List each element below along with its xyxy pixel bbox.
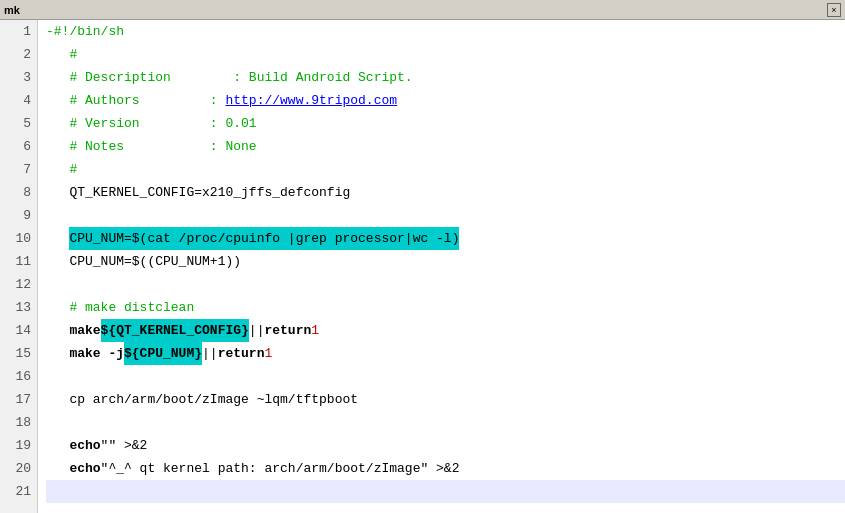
code-line-13: # make distclean <box>46 296 845 319</box>
line-numbers: 1 2 3 4 5 6 7 8 9 10 11 12 13 14 15 16 1… <box>0 20 38 513</box>
code-line-19: echo "" >&2 <box>46 434 845 457</box>
shebang: #!/bin/sh <box>54 20 124 43</box>
code-line-16 <box>46 365 845 388</box>
authors-url[interactable]: http://www.9tripod.com <box>225 89 397 112</box>
line-num-12: 12 <box>0 273 37 296</box>
line20-echo: echo <box>46 457 101 480</box>
code-line-14: make ${QT_KERNEL_CONFIG} || return 1 <box>46 319 845 342</box>
line19-echo: echo <box>46 434 101 457</box>
line-num-2: 2 <box>0 43 37 66</box>
line10-highlight: CPU_NUM=$(cat /proc/cpuinfo |grep proces… <box>69 227 459 250</box>
code-line-11: CPU_NUM=$((CPU_NUM+1)) <box>46 250 845 273</box>
line17: cp arch/arm/boot/zImage ~lqm/tftpboot <box>46 388 358 411</box>
line-num-17: 17 <box>0 388 37 411</box>
line-num-13: 13 <box>0 296 37 319</box>
code-line-21 <box>46 480 845 503</box>
line-num-20: 20 <box>0 457 37 480</box>
code-line-17: cp arch/arm/boot/zImage ~lqm/tftpboot <box>46 388 845 411</box>
code-line-7: # <box>46 158 845 181</box>
line7: # <box>46 158 77 181</box>
close-button[interactable]: × <box>827 3 841 17</box>
line15-hl: ${CPU_NUM} <box>124 342 202 365</box>
code-line-20: echo "^_^ qt kernel path: arch/arm/boot/… <box>46 457 845 480</box>
line14-hl: ${QT_KERNEL_CONFIG} <box>101 319 249 342</box>
code-line-10: CPU_NUM=$(cat /proc/cpuinfo |grep proces… <box>46 227 845 250</box>
code-line-12 <box>46 273 845 296</box>
line15-return: return <box>218 342 265 365</box>
line-num-1: 1 <box>0 20 37 43</box>
line-num-7: 7 <box>0 158 37 181</box>
line10-pre <box>46 227 69 250</box>
line14-make: make <box>46 319 101 342</box>
code-line-1: - #!/bin/sh <box>46 20 845 43</box>
line14-return: return <box>264 319 311 342</box>
line-num-18: 18 <box>0 411 37 434</box>
line15-1: 1 <box>264 342 272 365</box>
line-num-21: 21 <box>0 480 37 503</box>
line-num-19: 19 <box>0 434 37 457</box>
version-label: # Version : 0.01 <box>46 112 257 135</box>
code-line-3: # Description : Build Android Script. <box>46 66 845 89</box>
line-num-10: 10 <box>0 227 37 250</box>
line-num-15: 15 <box>0 342 37 365</box>
notes-label: # Notes : None <box>46 135 257 158</box>
code-content[interactable]: - #!/bin/sh # # Description : Build Andr… <box>38 20 845 513</box>
line11: CPU_NUM=$((CPU_NUM+1)) <box>46 250 241 273</box>
title-bar: mk × <box>0 0 845 20</box>
editor: 1 2 3 4 5 6 7 8 9 10 11 12 13 14 15 16 1… <box>0 20 845 513</box>
line-num-6: 6 <box>0 135 37 158</box>
line3: # Description : Build Android Script. <box>46 66 413 89</box>
code-line-2: # <box>46 43 845 66</box>
line13: # make distclean <box>46 296 194 319</box>
line8: QT_KERNEL_CONFIG=x210_jffs_defconfig <box>46 181 350 204</box>
code-line-4: # Authors : http://www.9tripod.com <box>46 89 845 112</box>
line14-1: 1 <box>311 319 319 342</box>
code-line-8: QT_KERNEL_CONFIG=x210_jffs_defconfig <box>46 181 845 204</box>
code-line-18 <box>46 411 845 434</box>
line-num-5: 5 <box>0 112 37 135</box>
line20-rest: "^_^ qt kernel path: arch/arm/boot/zImag… <box>101 457 460 480</box>
line19-rest: "" >&2 <box>101 434 148 457</box>
line-num-9: 9 <box>0 204 37 227</box>
line14-rest: || <box>249 319 265 342</box>
code-line-5: # Version : 0.01 <box>46 112 845 135</box>
line-num-8: 8 <box>0 181 37 204</box>
line2: # <box>46 43 77 66</box>
line-num-11: 11 <box>0 250 37 273</box>
code-line-15: make -j${CPU_NUM} || return 1 <box>46 342 845 365</box>
line-num-3: 3 <box>0 66 37 89</box>
code-area: 1 2 3 4 5 6 7 8 9 10 11 12 13 14 15 16 1… <box>0 20 845 513</box>
fold-icon: - <box>46 20 54 43</box>
code-line-6: # Notes : None <box>46 135 845 158</box>
line-num-14: 14 <box>0 319 37 342</box>
line15-make: make -j <box>46 342 124 365</box>
line-num-4: 4 <box>0 89 37 112</box>
code-line-9 <box>46 204 845 227</box>
line-num-16: 16 <box>0 365 37 388</box>
line15-rest: || <box>202 342 218 365</box>
title-bar-label: mk <box>4 4 825 16</box>
authors-label: # Authors : <box>46 89 225 112</box>
